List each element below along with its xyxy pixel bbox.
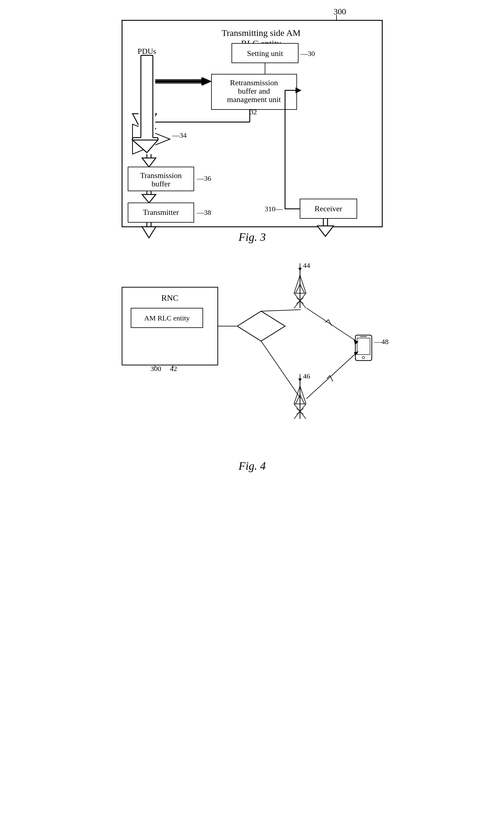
svg-line-176 xyxy=(330,376,333,382)
ref-300-fig4: 300 xyxy=(150,365,161,373)
transmission-buffer-ref: —36 xyxy=(197,175,211,182)
mux-ref: —34 xyxy=(172,131,187,139)
svg-line-175 xyxy=(327,376,330,379)
ref-300-label: 300 xyxy=(334,7,346,16)
svg-rect-118 xyxy=(142,56,152,137)
receiver-ref: 310— xyxy=(265,205,283,213)
ref-46: 46 xyxy=(303,372,310,380)
fig3-title-line1: Transmitting side AM xyxy=(222,28,301,38)
transmission-buffer-label2: buffer xyxy=(151,180,170,188)
svg-marker-165 xyxy=(298,379,302,382)
setting-unit-label: Setting unit xyxy=(247,49,283,58)
svg-line-173 xyxy=(329,320,332,326)
retrans-ref: 32 xyxy=(250,108,257,116)
transmitter-ref: —38 xyxy=(197,208,211,216)
ref-48: —48 xyxy=(374,338,389,346)
svg-line-166 xyxy=(261,341,301,398)
transmission-buffer-label1: Transmission xyxy=(140,171,182,180)
svg-marker-133 xyxy=(317,226,334,236)
svg-line-153 xyxy=(261,310,301,311)
ref-44: 44 xyxy=(303,261,310,269)
svg-line-174 xyxy=(307,353,356,398)
svg-line-171 xyxy=(307,308,356,341)
fig3-label: Fig. 3 xyxy=(238,231,266,243)
tower-44 xyxy=(294,263,306,308)
fig4: RNC AM RLC entity 300 42 xyxy=(109,251,396,479)
svg-marker-152 xyxy=(298,268,302,271)
setting-unit-ref: —30 xyxy=(300,50,315,57)
svg-rect-167 xyxy=(355,335,372,360)
ref-42: 42 xyxy=(170,365,177,373)
am-rlc-entity-label: AM RLC entity xyxy=(144,314,189,322)
fig3: 300 Transmitting side AM RLC entity PDUs xyxy=(109,6,396,245)
svg-line-144 xyxy=(296,284,300,293)
svg-marker-139 xyxy=(237,311,285,341)
retrans-label3: management unit xyxy=(227,95,281,104)
tower-46 xyxy=(294,374,306,419)
retrans-label2: buffer and xyxy=(238,87,270,95)
receiver-label: Receiver xyxy=(314,204,342,213)
svg-line-158 xyxy=(300,395,304,404)
retrans-label1: Retransmission xyxy=(230,79,278,87)
mobile-phone-48 xyxy=(355,335,372,360)
svg-rect-99 xyxy=(153,80,202,83)
transmitter-label: Transmitter xyxy=(143,208,179,216)
fig4-label: Fig. 4 xyxy=(238,459,266,472)
svg-marker-129 xyxy=(142,227,156,238)
svg-line-145 xyxy=(300,284,304,293)
rnc-label: RNC xyxy=(161,293,179,302)
